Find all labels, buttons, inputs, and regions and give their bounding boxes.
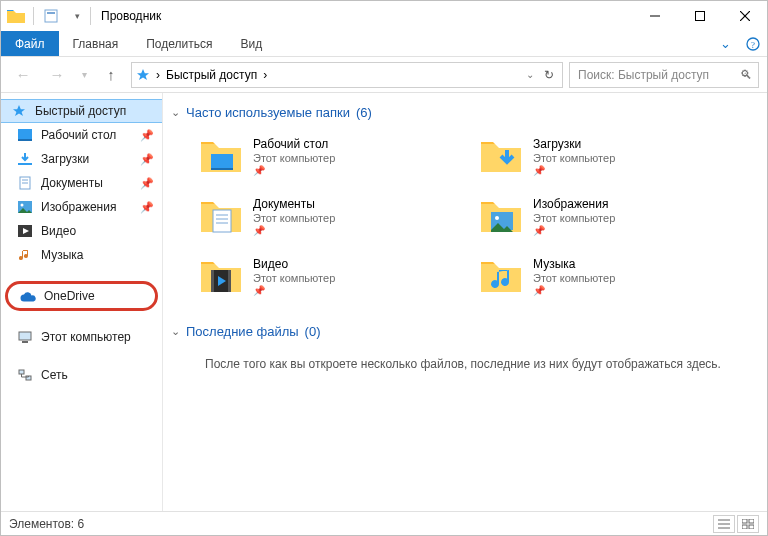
sidebar-onedrive[interactable]: OneDrive: [8, 284, 155, 308]
svg-marker-9: [13, 105, 25, 116]
folder-pictures[interactable]: Изображения Этот компьютер 📌: [479, 190, 709, 242]
sidebar-network[interactable]: Сеть: [1, 363, 162, 387]
section-title: Часто используемые папки: [186, 105, 350, 120]
folder-name: Рабочий стол: [253, 137, 335, 151]
svg-rect-1: [47, 12, 55, 14]
folder-name: Документы: [253, 197, 335, 211]
ribbon-collapse-icon[interactable]: ⌄: [711, 31, 739, 56]
status-bar: Элементов: 6: [1, 511, 767, 535]
network-icon: [17, 367, 33, 383]
tab-home[interactable]: Главная: [59, 31, 133, 56]
pin-icon: 📌: [140, 201, 154, 214]
svg-rect-21: [22, 341, 28, 343]
sidebar-item-videos[interactable]: Видео: [1, 219, 162, 243]
tab-file[interactable]: Файл: [1, 31, 59, 56]
folder-desktop[interactable]: Рабочий стол Этот компьютер 📌: [199, 130, 429, 182]
chevron-right-icon[interactable]: ›: [263, 68, 267, 82]
section-count: (6): [356, 105, 372, 120]
body: Быстрый доступ Рабочий стол 📌 Загрузки 📌…: [1, 93, 767, 511]
address-bar[interactable]: › Быстрый доступ › ⌄ ↻: [131, 62, 563, 88]
folder-name: Музыка: [533, 257, 615, 271]
folder-location: Этот компьютер: [253, 272, 335, 284]
folder-downloads[interactable]: Загрузки Этот компьютер 📌: [479, 130, 709, 182]
folder-icon: [479, 194, 523, 238]
tab-share[interactable]: Поделиться: [132, 31, 226, 56]
onedrive-icon: [20, 288, 36, 304]
downloads-icon: [17, 151, 33, 167]
section-title: Последние файлы: [186, 324, 299, 339]
nav-up-button[interactable]: ↑: [97, 61, 125, 89]
pin-icon: 📌: [140, 153, 154, 166]
folder-icon: [199, 194, 243, 238]
status-elements-label: Элементов:: [9, 517, 74, 531]
star-icon: [11, 103, 27, 119]
folder-location: Этот компьютер: [253, 212, 335, 224]
sidebar-item-label: Загрузки: [41, 152, 89, 166]
chevron-right-icon[interactable]: ›: [156, 68, 160, 82]
folder-location: Этот компьютер: [533, 152, 615, 164]
svg-marker-8: [137, 69, 149, 80]
sidebar-this-pc[interactable]: Этот компьютер: [1, 325, 162, 349]
frequent-folders-grid: Рабочий стол Этот компьютер 📌 Загрузки Э…: [171, 130, 755, 302]
nav-pane: Быстрый доступ Рабочий стол 📌 Загрузки 📌…: [1, 93, 163, 511]
qat-dropdown-icon[interactable]: ▾: [70, 5, 84, 27]
minimize-button[interactable]: [632, 1, 677, 31]
help-icon[interactable]: ?: [739, 31, 767, 56]
nav-back-button[interactable]: ←: [9, 61, 37, 89]
svg-rect-20: [19, 332, 31, 340]
view-details-button[interactable]: [713, 515, 735, 533]
nav-recent-dropdown[interactable]: ▾: [77, 61, 91, 89]
folder-location: Этот компьютер: [533, 272, 615, 284]
folder-music[interactable]: Музыка Этот компьютер 📌: [479, 250, 709, 302]
sidebar-item-documents[interactable]: Документы 📌: [1, 171, 162, 195]
refresh-icon[interactable]: ↻: [540, 68, 558, 82]
svg-rect-22: [19, 370, 24, 374]
svg-point-17: [21, 204, 24, 207]
section-count: (0): [305, 324, 321, 339]
section-frequent-folders[interactable]: ⌄ Часто используемые папки (6): [171, 105, 755, 120]
folder-name: Видео: [253, 257, 335, 271]
svg-rect-34: [228, 270, 231, 292]
close-button[interactable]: [722, 1, 767, 31]
folder-videos[interactable]: Видео Этот компьютер 📌: [199, 250, 429, 302]
breadcrumb-root[interactable]: Быстрый доступ: [166, 68, 257, 82]
explorer-window: ▾ Проводник Файл Главная Поделиться Вид …: [0, 0, 768, 536]
chevron-down-icon: ⌄: [171, 325, 180, 338]
svg-rect-24: [211, 154, 233, 170]
maximize-button[interactable]: [677, 1, 722, 31]
search-input[interactable]: [576, 67, 734, 83]
sidebar-item-downloads[interactable]: Загрузки 📌: [1, 147, 162, 171]
address-dropdown-icon[interactable]: ⌄: [526, 69, 534, 80]
content-pane: ⌄ Часто используемые папки (6) Рабочий с…: [163, 93, 767, 511]
nav-forward-button[interactable]: →: [43, 61, 71, 89]
svg-rect-42: [749, 525, 754, 529]
pc-icon: [17, 329, 33, 345]
folder-documents[interactable]: Документы Этот компьютер 📌: [199, 190, 429, 242]
pin-icon: 📌: [140, 129, 154, 142]
sidebar-item-music[interactable]: Музыка: [1, 243, 162, 267]
qat-properties-icon[interactable]: [40, 5, 62, 27]
folder-location: Этот компьютер: [533, 212, 615, 224]
status-elements-count: 6: [78, 517, 85, 531]
sidebar-item-pictures[interactable]: Изображения 📌: [1, 195, 162, 219]
pictures-icon: [17, 199, 33, 215]
quick-access-toolbar: ▾: [1, 1, 93, 31]
view-toggle: [713, 515, 759, 533]
sidebar-item-desktop[interactable]: Рабочий стол 📌: [1, 123, 162, 147]
titlebar: ▾ Проводник: [1, 1, 767, 31]
desktop-icon: [17, 127, 33, 143]
sidebar-item-label: Изображения: [41, 200, 116, 214]
pin-icon: 📌: [533, 225, 545, 236]
sidebar-item-label: OneDrive: [44, 289, 95, 303]
search-box[interactable]: 🔍︎: [569, 62, 759, 88]
documents-icon: [17, 175, 33, 191]
section-recent-files[interactable]: ⌄ Последние файлы (0): [171, 324, 755, 339]
svg-rect-10: [18, 129, 32, 139]
sidebar-quick-access[interactable]: Быстрый доступ: [1, 99, 162, 123]
view-large-icons-button[interactable]: [737, 515, 759, 533]
music-icon: [17, 247, 33, 263]
svg-point-31: [495, 216, 499, 220]
ribbon-tabs: Файл Главная Поделиться Вид ⌄ ?: [1, 31, 767, 57]
tab-view[interactable]: Вид: [226, 31, 276, 56]
search-icon[interactable]: 🔍︎: [740, 68, 752, 82]
